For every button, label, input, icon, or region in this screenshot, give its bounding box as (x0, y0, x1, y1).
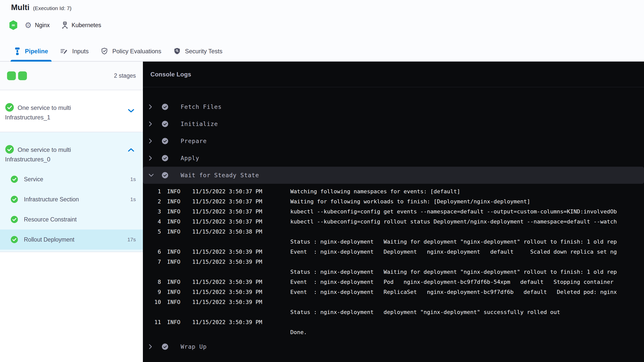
log-line: Done. (143, 327, 644, 337)
success-check-icon (5, 103, 14, 112)
chevron-down-icon[interactable] (127, 108, 135, 113)
service-label: Nginx (35, 22, 50, 29)
chevron-down-icon[interactable] (148, 173, 155, 177)
kubernetes-icon (61, 21, 68, 29)
stage-summary-bar: 2 stages (0, 62, 143, 90)
log-line: 9 INFO 11/15/2022 3:50:39 PM Event : ngi… (143, 287, 644, 297)
log-level: INFO (167, 188, 192, 195)
console-step-apply[interactable]: Apply (143, 150, 644, 167)
app-header: Multi (Execution Id: 7) ∞ ⚙ Nginx (0, 0, 644, 62)
chevron-right-icon[interactable] (148, 344, 155, 350)
log-timestamp: 11/15/2022 3:50:37 PM (192, 208, 290, 215)
success-check-icon (162, 138, 169, 145)
chevron-right-icon[interactable] (148, 104, 155, 110)
console-step-wrap-up[interactable]: Wrap Up (143, 338, 644, 355)
log-line-number: 1 (148, 188, 161, 195)
tab-inputs-label: Inputs (72, 48, 89, 55)
log-line: 6 INFO 11/15/2022 3:50:39 PM Event : ngi… (143, 247, 644, 257)
tab-inputs[interactable]: Inputs (60, 41, 89, 61)
pipeline-meta-row: ∞ ⚙ Nginx Kubernetes (9, 20, 101, 30)
log-message: Status : nginx-deployment Waiting for de… (290, 239, 644, 245)
tab-bar: Pipeline Inputs Policy Evaluations (14, 41, 222, 61)
inputs-icon (60, 48, 68, 55)
console-step-initialize[interactable]: Initialize (143, 115, 644, 132)
log-level: INFO (167, 249, 192, 255)
log-line-number: 9 (148, 289, 161, 295)
svg-text:∞: ∞ (12, 22, 15, 28)
log-line-number: 2 (148, 198, 161, 205)
log-message: Waiting for following workloads to finis… (290, 198, 644, 205)
success-check-icon (162, 343, 169, 350)
console-step-fetch-files[interactable]: Fetch Files (143, 98, 644, 115)
log-message: Done. (290, 329, 644, 335)
log-line-number: 10 (148, 299, 161, 305)
log-timestamp: 11/15/2022 3:50:38 PM (192, 229, 290, 235)
stage-item-infrastructures-1[interactable]: One service to multi Infrastructures_1 (0, 90, 143, 132)
log-line: 2 INFO 11/15/2022 3:50:37 PM Waiting for… (143, 196, 644, 206)
log-timestamp: 11/15/2022 3:50:39 PM (192, 319, 290, 325)
chevron-up-icon[interactable] (127, 147, 135, 152)
chevron-right-icon[interactable] (148, 155, 155, 161)
success-check-icon (162, 103, 169, 110)
step-row-service[interactable]: Service 1s (0, 169, 143, 189)
log-message: Status : nginx-deployment Waiting for de… (290, 269, 644, 275)
harness-hexagon-icon: ∞ (9, 20, 18, 30)
chevron-right-icon[interactable] (148, 138, 155, 144)
log-message: Event : nginx-deployment ReplicaSet ngin… (290, 289, 644, 295)
step-row-rollout-deployment[interactable]: Rollout Deployment 17s (0, 230, 143, 250)
console-step-name: Initialize (181, 121, 218, 127)
stage-square-success (7, 71, 16, 80)
policy-evaluations-icon (101, 48, 108, 55)
log-message: Status : nginx-deployment deployment "ng… (290, 309, 644, 315)
log-timestamp: 11/15/2022 3:50:39 PM (192, 259, 290, 265)
log-timestamp: 11/15/2022 3:50:39 PM (192, 279, 290, 285)
console-step-name: Wrap Up (181, 343, 207, 350)
log-line-number: 8 (148, 279, 161, 285)
log-line-number: 11 (148, 319, 161, 325)
console-step-prepare[interactable]: Prepare (143, 132, 644, 150)
log-timestamp: 11/15/2022 3:50:37 PM (192, 188, 290, 195)
log-line: Status : nginx-deployment Waiting for de… (143, 237, 644, 247)
log-timestamp: 11/15/2022 3:50:39 PM (192, 299, 290, 305)
tab-policy-evaluations[interactable]: Policy Evaluations (101, 41, 161, 61)
console-step-list: Fetch Files Initialize Prepare (143, 87, 644, 355)
chevron-right-icon[interactable] (148, 121, 155, 127)
log-line-number: 6 (148, 249, 161, 255)
stage-sidebar: 2 stages One service to multi Infrastruc… (0, 62, 143, 362)
step-row-infrastructure-section[interactable]: Infrastructure Section 1s (0, 189, 143, 209)
log-line-number: 7 (148, 259, 161, 265)
log-message: kubectl --kubeconfig=config get events -… (290, 208, 644, 215)
log-timestamp: 11/15/2022 3:50:37 PM (192, 218, 290, 225)
log-line: 7 INFO 11/15/2022 3:50:39 PM (143, 257, 644, 267)
console-step-name: Fetch Files (181, 104, 222, 110)
stage-item-infrastructures-0: One service to multi Infrastructures_0 S… (0, 132, 143, 252)
step-row-resource-constraint[interactable]: Resource Constraint (0, 209, 143, 230)
console-step-name: Apply (181, 155, 199, 161)
log-timestamp: 11/15/2022 3:50:39 PM (192, 249, 290, 255)
log-line: 1 INFO 11/15/2022 3:50:37 PM Watching fo… (143, 186, 644, 196)
tab-security-tests[interactable]: Security Tests (174, 41, 222, 61)
stage-name: One service to multi Infrastructures_0 (5, 145, 88, 164)
tab-pipeline[interactable]: Pipeline (14, 41, 48, 61)
gear-icon: ⚙ (25, 21, 32, 29)
log-line: 3 INFO 11/15/2022 3:50:37 PM kubectl --k… (143, 206, 644, 216)
stage-name-text: One service to multi Infrastructures_0 (5, 146, 71, 163)
log-line: Status : nginx-deployment deployment "ng… (143, 307, 644, 317)
stage-head[interactable]: One service to multi Infrastructures_1 (0, 90, 143, 122)
log-line: 4 INFO 11/15/2022 3:50:37 PM kubectl --k… (143, 216, 644, 227)
stage-head[interactable]: One service to multi Infrastructures_0 (0, 132, 143, 164)
page-title: Multi (11, 3, 29, 12)
log-message: Watching following namespaces for events… (290, 188, 644, 195)
log-line-number: 3 (148, 208, 161, 215)
log-timestamp: 11/15/2022 3:50:37 PM (192, 198, 290, 205)
log-level: INFO (167, 299, 192, 305)
success-check-icon (162, 172, 169, 179)
log-line-number: 5 (148, 229, 161, 235)
console-step-wait-for-steady-state[interactable]: Wait for Steady State (143, 167, 644, 184)
tab-security-tests-label: Security Tests (185, 48, 222, 55)
stage-square-success (18, 71, 27, 80)
log-line-number: 4 (148, 218, 161, 225)
log-level: INFO (167, 208, 192, 215)
log-output: 1 INFO 11/15/2022 3:50:37 PM Watching fo… (143, 184, 644, 338)
log-level: INFO (167, 218, 192, 225)
